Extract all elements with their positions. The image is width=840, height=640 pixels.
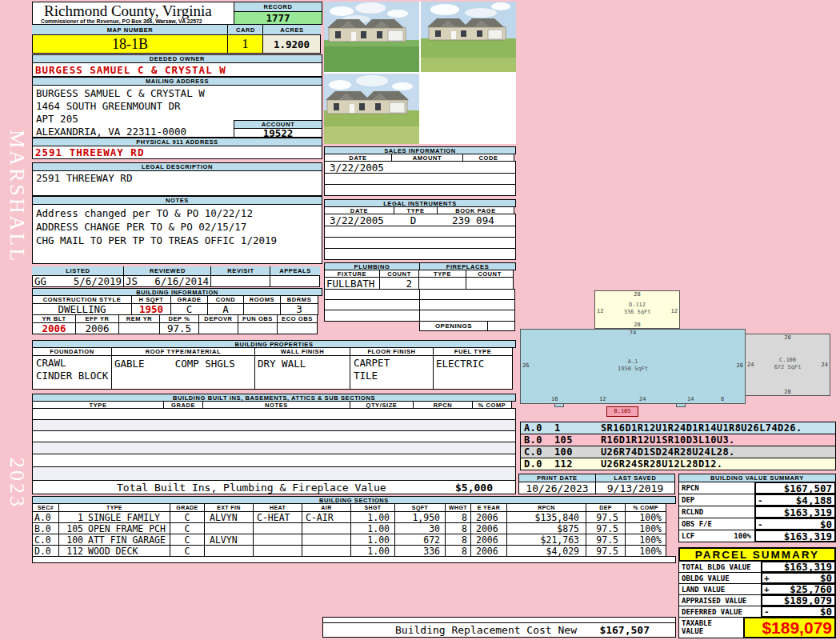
built-ins-total-row: Total Built Ins, Plumbing & Fireplace Va… — [32, 480, 516, 494]
bs-rpcn: $4,029 — [506, 545, 586, 557]
eco-obs-value — [277, 322, 318, 334]
building-section-row: B.0 105 OPEN FRAME PCH C 1.00 30 8 2006 … — [32, 522, 676, 534]
listed-value: GG 5/6/2019 — [32, 275, 124, 287]
bs-sec: C.0 — [32, 534, 59, 546]
ps-row-label: TOTAL BLDG VALUE — [678, 561, 762, 573]
ps-amount: $163,319 — [784, 561, 834, 573]
bvs-label-pct: 100% — [734, 532, 751, 540]
ps-sign: - — [762, 606, 770, 617]
ps-row-label: LAND VALUE — [678, 583, 762, 595]
mailing-line: 1464 SOUTH GREENMOUNT DR — [33, 100, 322, 113]
bvs-amount: $163,319 — [784, 506, 834, 518]
foundation-line: CINDER BLOCK — [33, 370, 111, 382]
building-section-row: C.0 100 ATT FIN GARAGE C ALVYN 1.00 672 … — [32, 534, 676, 546]
bs-dep: 97.5 — [586, 534, 626, 546]
bs-comp: 100% — [625, 511, 666, 523]
bs-comp: 100% — [625, 522, 666, 534]
map-header-row: MAP NUMBER CARD ACRES — [32, 25, 322, 34]
legal-description-box: 2591 THREEWAY RD — [32, 170, 322, 196]
built-ins-empty-row — [32, 408, 516, 420]
map-number: 18-1B — [32, 34, 228, 54]
main-dim-b2: 12 — [599, 396, 606, 402]
code-vector: U26R74D1SD24R28U24L28. — [601, 446, 735, 458]
sketch-code-row: D.0 112 U26R24SR28U12L28D12. — [520, 458, 836, 470]
bs-eyear: 2006 — [470, 511, 507, 523]
main-id: A.1 — [521, 358, 745, 366]
bvs-label-text: LCF — [682, 532, 694, 540]
instrument-type: D — [395, 214, 431, 226]
bs-type: 1 SINGLE FAMILY — [58, 511, 170, 523]
replacement-cost-row: Building Replacement Cost New $167,507 — [322, 622, 676, 638]
code-vector: R16D1R12U1SR10D3L10U3. — [601, 434, 735, 446]
bs-air — [302, 534, 351, 546]
building-section-row: D.0 112 WOOD DECK C 1.00 336 8 2006 $4,0… — [32, 545, 676, 557]
building-section-row: A.0 1 SINGLE FAMILY C ALVYN C-HEAT C-AIR… — [32, 511, 676, 523]
roof-type-value: GABLE — [112, 358, 145, 370]
openings-label: OPENINGS — [419, 321, 488, 331]
porch-id: B.105 — [607, 408, 638, 415]
ps-amount: $25,760 — [790, 583, 834, 595]
wall-finish-value: DRY WALL — [254, 355, 350, 390]
bvs-sign: - — [756, 495, 763, 506]
code-num: 100 — [554, 446, 601, 458]
parcel-summary-row: APPRAISED VALUE $189,079 — [678, 594, 836, 606]
bvs-amount: $0 — [820, 518, 834, 530]
plumbing-empty-row — [324, 289, 516, 300]
building-sketch: 28 12 12 28 D.112 336 SqFt 74 26 26 A.1 … — [520, 284, 836, 420]
foundation-line: CRAWL — [33, 357, 111, 370]
review-header-row: LISTED REVIEWED REVISIT APPEALS — [32, 266, 322, 275]
bs-type-num: 1 — [59, 512, 83, 523]
bs-air — [302, 545, 351, 557]
h-sqft-value: 1950 — [131, 303, 171, 315]
reviewed-by: JS — [126, 275, 138, 287]
sketch-code-row: C.0 100 U26R74D1SD24R28U24L28. — [520, 446, 836, 458]
sale-date: 3/22/2005 — [325, 162, 384, 174]
plumbing-empty-row — [324, 310, 516, 322]
fixture-count-value: 2 — [379, 277, 419, 290]
record-number: 1777 — [234, 11, 322, 25]
listed-by: GG — [34, 275, 46, 287]
bvs-row: RPCN $167,507 — [678, 482, 836, 494]
county-header: Richmond County, Virginia Commissioner o… — [32, 2, 234, 25]
ps-row-label: DEFERRED VALUE — [678, 606, 762, 618]
taxable-value-amount: $189,079 — [762, 618, 832, 638]
sketch-main-dwelling: 74 26 26 A.1 1950 SqFt 16 12 24 14 8 — [520, 329, 746, 404]
bs-dep: 97.5 — [586, 511, 626, 523]
openings-row: OPENINGS — [419, 321, 516, 331]
ps-row-label: OBLDG VALUE — [678, 572, 762, 584]
cond-value: A — [207, 303, 244, 315]
bvs-row-value: - $4,188 — [754, 494, 836, 506]
parcel-summary-row: OBLDG VALUE + $0 — [678, 572, 836, 584]
built-ins-total-value: $5,000 — [455, 482, 493, 494]
bs-eyear: 2006 — [470, 545, 507, 557]
property-photo-front — [324, 2, 419, 72]
reviewed-value: JS 6/16/2014 — [123, 275, 211, 287]
main-dim-top: 74 — [521, 330, 745, 336]
ps-amount: $0 — [820, 572, 834, 584]
built-ins-total-label: Total Built Ins, Plumbing & Fireplace Va… — [117, 482, 386, 494]
garage-id: C.100 — [746, 357, 830, 364]
building-info-value-row-1: DWELLING 1950 C A 3 — [32, 303, 322, 315]
listed-date: 5/6/2019 — [74, 275, 122, 287]
construction-style-value: DWELLING — [32, 303, 132, 315]
bs-type-num: 105 — [59, 523, 83, 534]
garage-center-label: C.100 672 SqFt — [746, 357, 830, 371]
card-label: CARD — [227, 25, 263, 34]
foundation-value: CRAWL CINDER BLOCK — [32, 355, 112, 390]
bs-sec: A.0 — [32, 511, 59, 523]
bs-rpcn: $135,840 — [506, 511, 586, 523]
mailing-line: BURGESS SAMUEL C & CRYSTAL W — [33, 87, 322, 100]
sketch-garage: 28 24 24 28 C.100 672 SqFt — [745, 334, 830, 396]
office-address: Commissioner of the Revenue, PO Box 366,… — [33, 18, 234, 24]
print-info-value-row: 10/26/2023 9/13/2019 — [518, 482, 676, 494]
ps-amount: $189,079 — [784, 594, 834, 606]
bs-grade: C — [170, 511, 205, 523]
appeals-label: APPEALS — [270, 266, 320, 275]
yr-blt-value: 2006 — [32, 322, 76, 334]
sketch-code-row: A.0 1 SR16D1R12U1R24D1R14U1R8U26L74D26. — [520, 422, 836, 434]
bs-shgt: 1.00 — [350, 545, 395, 557]
bs-sec: D.0 — [32, 545, 59, 557]
replacement-cost-value: $167,507 — [599, 624, 650, 636]
taxable-label-line: TAXABLE — [682, 619, 743, 627]
account-box: ACCOUNT 19522 — [234, 120, 322, 138]
